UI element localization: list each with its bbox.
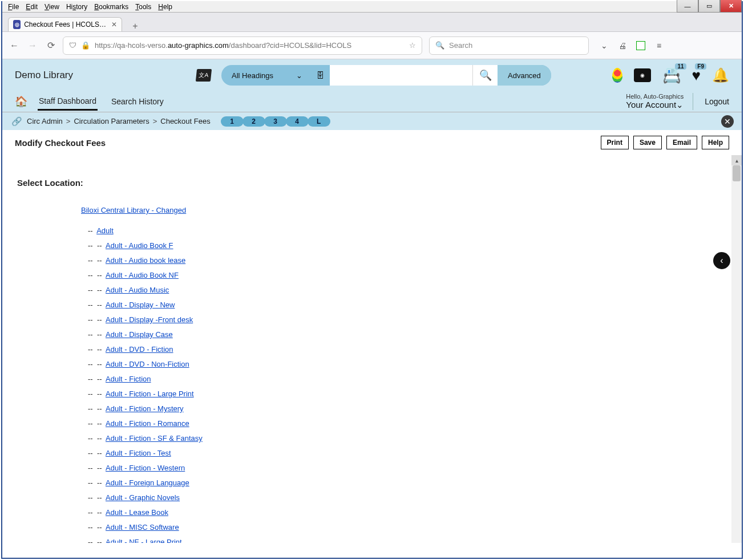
location-link[interactable]: Adult - Fiction - Western	[106, 464, 185, 472]
favorites-badge: F9	[695, 63, 706, 70]
step-l[interactable]: L	[308, 116, 330, 127]
favorites-icon[interactable]: ♥F9	[692, 67, 701, 84]
location-link[interactable]: Adult - Fiction - Mystery	[106, 404, 184, 413]
forward-button[interactable]: →	[27, 40, 38, 51]
step-1[interactable]: 1	[221, 116, 244, 127]
location-link[interactable]: Adult - Lease Book	[106, 508, 168, 517]
location-level2: -- -- Adult - Fiction - SF & Fantasy	[88, 434, 729, 443]
scroll-thumb[interactable]	[733, 165, 741, 181]
location-link[interactable]: Adult	[96, 226, 114, 235]
browser-tab[interactable]: ◎ Checkout Fees | HCOLS | hcols | ✕	[8, 17, 122, 31]
crumb-2[interactable]: Circulation Parameters	[74, 117, 149, 125]
location-level2: -- -- Adult - Display - New	[88, 301, 729, 309]
account-label: Your Account⌄	[626, 100, 684, 109]
save-button[interactable]: Save	[633, 136, 662, 149]
hamburger-menu-icon[interactable]: ≡	[654, 40, 664, 51]
nav-search-history[interactable]: Search History	[110, 94, 165, 109]
print-icon[interactable]: 🖨	[617, 40, 628, 51]
menu-help[interactable]: Help	[155, 3, 176, 11]
close-panel-button[interactable]: ✕	[721, 115, 734, 128]
minimize-button[interactable]: —	[677, 0, 698, 13]
side-expand-button[interactable]: ‹	[713, 252, 730, 269]
step-2[interactable]: 2	[242, 116, 265, 127]
favicon-icon: ◎	[13, 20, 21, 29]
location-level1: -- Adult	[88, 226, 729, 235]
chevron-down-icon: ⌄	[296, 71, 302, 80]
location-link[interactable]: Adult - Fiction - Large Print	[106, 389, 194, 398]
database-icon[interactable]: 🗄	[316, 71, 324, 80]
list-icon[interactable]: 📇11	[662, 67, 681, 84]
menu-file[interactable]: File	[5, 3, 22, 11]
crumb-1[interactable]: Circ Admin	[27, 117, 63, 125]
location-link[interactable]: Adult - DVD - Fiction	[106, 345, 173, 354]
location-root-link[interactable]: Biloxi Central Library - Changed	[81, 206, 186, 214]
reload-button[interactable]: ⟳	[46, 40, 56, 51]
language-icon[interactable]: 文A	[196, 69, 212, 82]
tab-close-icon[interactable]: ✕	[111, 21, 117, 29]
menu-view[interactable]: View	[41, 3, 63, 11]
tab-title: Checkout Fees | HCOLS | hcols |	[24, 21, 107, 29]
app-subnav: 🏠 Staff Dashboard Search History Hello, …	[2, 89, 742, 112]
content-body: Select Location: Biloxi Central Library …	[2, 155, 742, 543]
url-bar[interactable]: 🛡 🔒 https://qa-hcols-verso.auto-graphics…	[63, 36, 422, 55]
location-link[interactable]: Adult - Fiction - SF & Fantasy	[106, 434, 203, 443]
list-count-badge: 11	[675, 63, 686, 70]
email-button[interactable]: Email	[666, 136, 697, 149]
maximize-button[interactable]: ▭	[698, 0, 720, 13]
location-level2: -- -- Adult - Graphic Novels	[88, 493, 729, 502]
balloon-icon[interactable]	[612, 68, 622, 83]
crumb-3[interactable]: Checkout Fees	[160, 117, 210, 125]
location-link[interactable]: Adult - Fiction	[106, 375, 151, 383]
back-button[interactable]: ←	[9, 40, 19, 51]
print-button[interactable]: Print	[601, 136, 629, 149]
location-link[interactable]: Adult - NF - Large Print	[106, 538, 182, 543]
scrollbar[interactable]: ▴	[731, 155, 742, 543]
select-location-heading: Select Location:	[17, 178, 729, 188]
page-title: Modify Checkout Fees	[15, 138, 106, 148]
heading-filter-select[interactable]: All Headings ⌄	[221, 71, 310, 80]
notifications-icon[interactable]: 🔔	[712, 67, 729, 83]
step-4[interactable]: 4	[286, 116, 309, 127]
catalog-search-input[interactable]	[330, 65, 472, 86]
location-link[interactable]: Adult - Display - New	[106, 301, 175, 309]
location-level2: -- -- Adult - Fiction	[88, 375, 729, 383]
catalog-search: All Headings ⌄ 🗄 🔍 Advanced	[221, 65, 551, 86]
pocket-icon[interactable]: ⌄	[599, 40, 609, 51]
location-level2: -- -- Adult - Audio book lease	[88, 256, 729, 265]
nav-staff-dashboard[interactable]: Staff Dashboard	[38, 93, 98, 111]
location-link[interactable]: Adult - Fiction - Test	[106, 449, 171, 457]
home-icon[interactable]: 🏠	[15, 95, 27, 108]
catalog-search-button[interactable]: 🔍	[472, 65, 498, 86]
location-link[interactable]: Adult - Foreign Language	[106, 478, 189, 487]
logout-link[interactable]: Logout	[705, 97, 729, 106]
location-link[interactable]: Adult - Audio book lease	[106, 256, 185, 265]
location-link[interactable]: Adult - Fiction - Romance	[106, 419, 189, 428]
menu-bookmarks[interactable]: Bookmarks	[91, 3, 132, 11]
scroll-up-icon[interactable]: ▴	[731, 155, 742, 165]
location-link[interactable]: Adult - Graphic Novels	[106, 493, 180, 502]
new-tab-button[interactable]: +	[130, 21, 140, 31]
menu-edit[interactable]: Edit	[22, 3, 41, 11]
location-link[interactable]: Adult - Audio Book NF	[106, 271, 179, 279]
location-link[interactable]: Adult - Audio Book F	[106, 241, 173, 250]
location-link[interactable]: Adult - Display -Front desk	[106, 315, 193, 324]
camera-search-icon[interactable]: ◉	[634, 68, 651, 82]
heading-filter-label: All Headings	[232, 71, 273, 80]
help-button[interactable]: Help	[702, 136, 729, 149]
menu-tools[interactable]: Tools	[132, 3, 155, 11]
lock-icon: 🔒	[81, 41, 90, 50]
account-menu[interactable]: Hello, Auto-Graphics Your Account⌄	[626, 93, 693, 110]
menu-history[interactable]: History	[63, 3, 91, 11]
toolbar: ← → ⟳ 🛡 🔒 https://qa-hcols-verso.auto-gr…	[2, 32, 742, 59]
location-link[interactable]: Adult - DVD - Non-Fiction	[106, 360, 189, 368]
location-link[interactable]: Adult - MISC Software	[106, 523, 179, 531]
app-header: Demo Library 文A All Headings ⌄ 🗄 🔍 Advan…	[2, 59, 742, 89]
close-window-button[interactable]: ✕	[720, 0, 742, 13]
location-link[interactable]: Adult - Display Case	[106, 330, 173, 339]
extension-icon[interactable]	[636, 40, 646, 51]
browser-search[interactable]: 🔍 Search	[429, 36, 589, 55]
bookmark-star-icon[interactable]: ☆	[409, 41, 416, 50]
advanced-search-button[interactable]: Advanced	[498, 65, 551, 86]
step-3[interactable]: 3	[264, 116, 287, 127]
location-link[interactable]: Adult - Audio Music	[106, 286, 169, 294]
